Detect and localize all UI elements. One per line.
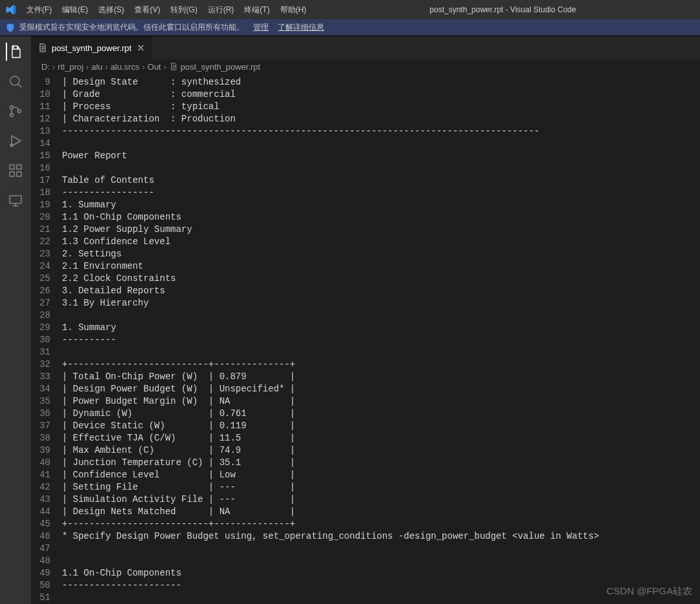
title-file: post_synth_power.rpt <box>429 5 503 14</box>
code-line[interactable]: 1. Summary <box>62 322 700 334</box>
code-line[interactable]: | Design State : synthesized <box>62 76 700 89</box>
code-line[interactable]: | Dynamic (W) | 0.761 | <box>62 408 700 420</box>
code-line[interactable]: | Power Budget Margin (W) | NA | <box>62 395 700 408</box>
banner-manage-link[interactable]: 管理 <box>253 22 269 33</box>
code-line[interactable]: | Design Nets Matched | NA | <box>62 506 700 518</box>
code-line[interactable]: 1.1 On-Chip Components <box>62 211 700 224</box>
code-line[interactable] <box>62 543 700 555</box>
code-line[interactable]: | Design Power Budget (W) | Unspecified*… <box>62 383 700 395</box>
code-line[interactable] <box>62 346 700 359</box>
banner-learn-more-link[interactable]: 了解详细信息 <box>278 22 324 33</box>
menu-file[interactable]: 文件(F) <box>22 2 56 18</box>
code-line[interactable]: | Device Static (W) | 0.119 | <box>62 420 700 432</box>
code-line[interactable]: 1. Summary <box>62 199 700 211</box>
code-line[interactable]: | Effective TJA (C/W) | 11.5 | <box>62 432 700 444</box>
line-number: 26 <box>31 285 50 297</box>
chevron-right-icon: › <box>52 62 55 72</box>
code-line[interactable]: 1.3 Confidence Level <box>62 236 700 248</box>
code-line[interactable]: | Setting File | --- | <box>62 481 700 494</box>
code-line[interactable]: | Confidence Level | Low | <box>62 469 700 481</box>
menu-go[interactable]: 转到(G) <box>166 2 201 18</box>
line-number: 30 <box>31 334 50 346</box>
svg-rect-7 <box>17 172 21 176</box>
breadcrumb: D: › rtl_proj › alu › alu.srcs › Out › p… <box>31 59 700 74</box>
activity-search-icon[interactable] <box>6 72 25 90</box>
shield-icon <box>5 23 15 33</box>
breadcrumb-seg-2[interactable]: alu <box>91 62 102 72</box>
code-line[interactable]: | Max Ambient (C) | 74.9 | <box>62 444 700 457</box>
code-line[interactable] <box>62 138 700 150</box>
chevron-right-icon: › <box>142 62 145 72</box>
chevron-right-icon: › <box>105 62 108 72</box>
line-number: 31 <box>31 346 50 359</box>
code-line[interactable] <box>62 309 700 322</box>
file-lines-icon <box>169 62 178 71</box>
code-line[interactable]: 2.2 Clock Constraints <box>62 273 700 285</box>
activity-run-debug-icon[interactable] <box>6 132 25 150</box>
editor-content[interactable]: | Design State : synthesized| Grade : co… <box>62 74 700 604</box>
activity-extensions-icon[interactable] <box>6 161 25 180</box>
line-number: 22 <box>31 236 50 248</box>
line-number: 50 <box>31 579 50 592</box>
code-line[interactable]: 2. Settings <box>62 248 700 260</box>
menu-edit[interactable]: 编辑(E) <box>57 2 92 18</box>
menu-run[interactable]: 运行(R) <box>203 2 239 18</box>
breadcrumb-seg-4[interactable]: Out <box>147 62 161 72</box>
activity-source-control-icon[interactable] <box>6 102 25 120</box>
title-app: Visual Studio Code <box>510 5 576 14</box>
code-line[interactable]: | Characterization : Production <box>62 113 700 125</box>
menu-select[interactable]: 选择(S) <box>94 2 129 18</box>
code-line[interactable]: ---------------------- <box>62 579 700 592</box>
svg-rect-6 <box>10 172 14 176</box>
code-line[interactable]: 2.1 Environment <box>62 260 700 273</box>
code-line[interactable]: +--------------------------+------------… <box>62 518 700 530</box>
activity-explorer-icon[interactable] <box>6 43 24 61</box>
code-line[interactable]: 3.1 By Hierarchy <box>62 297 700 309</box>
code-line[interactable]: 1.2 Power Supply Summary <box>62 224 700 236</box>
watermark-text: CSDN @FPGA硅农 <box>606 585 692 598</box>
code-line[interactable]: ----------------------------------------… <box>62 125 700 138</box>
code-line[interactable]: | Total On-Chip Power (W) | 0.879 | <box>62 371 700 383</box>
svg-rect-8 <box>17 165 21 169</box>
tab-label: post_synth_power.rpt <box>52 43 132 53</box>
line-number: 27 <box>31 297 50 309</box>
line-number: 13 <box>31 125 50 138</box>
breadcrumb-seg-5[interactable]: post_synth_power.rpt <box>169 62 261 72</box>
line-number: 42 <box>31 481 50 494</box>
code-line[interactable] <box>62 592 700 604</box>
line-number: 9 <box>31 76 50 89</box>
code-line[interactable]: Table of Contents <box>62 174 700 187</box>
line-number: 14 <box>31 138 50 150</box>
line-number: 23 <box>31 248 50 260</box>
tab-post-synth-power[interactable]: post_synth_power.rpt <box>31 36 153 59</box>
code-line[interactable]: | Grade : commercial <box>62 89 700 101</box>
line-number: 28 <box>31 309 50 322</box>
breadcrumb-seg-0[interactable]: D: <box>41 62 50 72</box>
main-area: post_synth_power.rpt D: › rtl_proj › alu… <box>0 36 700 604</box>
breadcrumb-seg-1[interactable]: rtl_proj <box>57 62 83 72</box>
menu-view[interactable]: 查看(V) <box>130 2 165 18</box>
tab-close-icon[interactable] <box>136 43 146 53</box>
title-bar: 文件(F) 编辑(E) 选择(S) 查看(V) 转到(G) 运行(R) 终端(T… <box>0 0 700 19</box>
code-line[interactable] <box>62 162 700 174</box>
editor-tabs: post_synth_power.rpt <box>31 36 700 59</box>
line-number: 40 <box>31 457 50 469</box>
code-line[interactable]: | Process : typical <box>62 101 700 113</box>
menu-help[interactable]: 帮助(H) <box>276 2 311 18</box>
code-line[interactable]: 3. Detailed Reports <box>62 285 700 297</box>
line-number: 45 <box>31 518 50 530</box>
code-line[interactable]: * Specify Design Power Budget using, set… <box>62 530 700 543</box>
breadcrumb-seg-3[interactable]: alu.srcs <box>110 62 139 72</box>
text-editor[interactable]: 9101112131415161718192021222324252627282… <box>31 74 700 604</box>
code-line[interactable]: +--------------------------+------------… <box>62 359 700 371</box>
code-line[interactable] <box>62 555 700 567</box>
code-line[interactable]: ---------- <box>62 334 700 346</box>
activity-remote-icon[interactable] <box>6 191 25 209</box>
code-line[interactable]: | Junction Temperature (C) | 35.1 | <box>62 457 700 469</box>
code-line[interactable]: Power Report <box>62 150 700 162</box>
menu-terminal[interactable]: 终端(T) <box>240 2 274 18</box>
svg-rect-5 <box>10 165 14 169</box>
code-line[interactable]: 1.1 On-Chip Components <box>62 567 700 579</box>
code-line[interactable]: ----------------- <box>62 187 700 199</box>
code-line[interactable]: | Simulation Activity File | --- | <box>62 494 700 506</box>
